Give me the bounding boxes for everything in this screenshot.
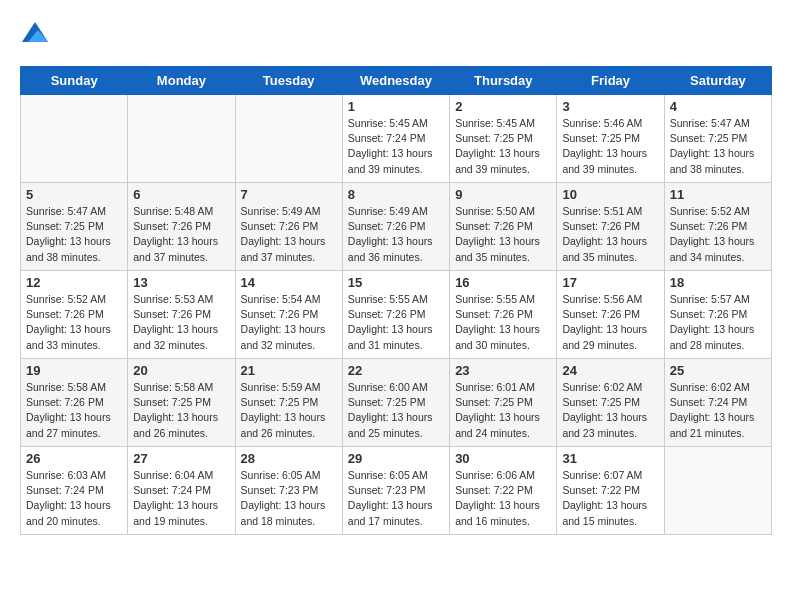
calendar-cell — [21, 95, 128, 183]
calendar-cell: 2Sunrise: 5:45 AM Sunset: 7:25 PM Daylig… — [450, 95, 557, 183]
day-number: 30 — [455, 451, 551, 466]
calendar-cell: 19Sunrise: 5:58 AM Sunset: 7:26 PM Dayli… — [21, 359, 128, 447]
calendar-cell: 9Sunrise: 5:50 AM Sunset: 7:26 PM Daylig… — [450, 183, 557, 271]
day-header-tuesday: Tuesday — [235, 67, 342, 95]
day-number: 22 — [348, 363, 444, 378]
day-info: Sunrise: 6:02 AM Sunset: 7:24 PM Dayligh… — [670, 380, 766, 441]
day-number: 13 — [133, 275, 229, 290]
day-info: Sunrise: 6:06 AM Sunset: 7:22 PM Dayligh… — [455, 468, 551, 529]
week-row-2: 5Sunrise: 5:47 AM Sunset: 7:25 PM Daylig… — [21, 183, 772, 271]
week-row-5: 26Sunrise: 6:03 AM Sunset: 7:24 PM Dayli… — [21, 447, 772, 535]
day-info: Sunrise: 5:55 AM Sunset: 7:26 PM Dayligh… — [348, 292, 444, 353]
calendar-cell — [664, 447, 771, 535]
calendar-cell: 8Sunrise: 5:49 AM Sunset: 7:26 PM Daylig… — [342, 183, 449, 271]
calendar-cell: 31Sunrise: 6:07 AM Sunset: 7:22 PM Dayli… — [557, 447, 664, 535]
calendar-table: SundayMondayTuesdayWednesdayThursdayFrid… — [20, 66, 772, 535]
day-header-thursday: Thursday — [450, 67, 557, 95]
day-number: 24 — [562, 363, 658, 378]
day-number: 3 — [562, 99, 658, 114]
calendar-cell: 15Sunrise: 5:55 AM Sunset: 7:26 PM Dayli… — [342, 271, 449, 359]
day-number: 23 — [455, 363, 551, 378]
day-number: 7 — [241, 187, 337, 202]
day-number: 14 — [241, 275, 337, 290]
calendar-cell: 21Sunrise: 5:59 AM Sunset: 7:25 PM Dayli… — [235, 359, 342, 447]
day-header-sunday: Sunday — [21, 67, 128, 95]
week-row-3: 12Sunrise: 5:52 AM Sunset: 7:26 PM Dayli… — [21, 271, 772, 359]
day-info: Sunrise: 5:49 AM Sunset: 7:26 PM Dayligh… — [241, 204, 337, 265]
calendar-cell: 1Sunrise: 5:45 AM Sunset: 7:24 PM Daylig… — [342, 95, 449, 183]
calendar-cell: 28Sunrise: 6:05 AM Sunset: 7:23 PM Dayli… — [235, 447, 342, 535]
day-info: Sunrise: 5:55 AM Sunset: 7:26 PM Dayligh… — [455, 292, 551, 353]
day-number: 21 — [241, 363, 337, 378]
logo — [20, 20, 54, 50]
day-number: 10 — [562, 187, 658, 202]
day-info: Sunrise: 6:05 AM Sunset: 7:23 PM Dayligh… — [241, 468, 337, 529]
day-number: 6 — [133, 187, 229, 202]
calendar-cell: 25Sunrise: 6:02 AM Sunset: 7:24 PM Dayli… — [664, 359, 771, 447]
day-number: 29 — [348, 451, 444, 466]
day-header-saturday: Saturday — [664, 67, 771, 95]
day-info: Sunrise: 5:45 AM Sunset: 7:24 PM Dayligh… — [348, 116, 444, 177]
day-number: 11 — [670, 187, 766, 202]
day-info: Sunrise: 5:47 AM Sunset: 7:25 PM Dayligh… — [26, 204, 122, 265]
day-info: Sunrise: 6:00 AM Sunset: 7:25 PM Dayligh… — [348, 380, 444, 441]
day-number: 8 — [348, 187, 444, 202]
day-number: 5 — [26, 187, 122, 202]
day-number: 15 — [348, 275, 444, 290]
week-row-1: 1Sunrise: 5:45 AM Sunset: 7:24 PM Daylig… — [21, 95, 772, 183]
day-header-wednesday: Wednesday — [342, 67, 449, 95]
day-info: Sunrise: 5:54 AM Sunset: 7:26 PM Dayligh… — [241, 292, 337, 353]
day-info: Sunrise: 5:49 AM Sunset: 7:26 PM Dayligh… — [348, 204, 444, 265]
day-info: Sunrise: 5:52 AM Sunset: 7:26 PM Dayligh… — [26, 292, 122, 353]
day-number: 31 — [562, 451, 658, 466]
day-info: Sunrise: 6:04 AM Sunset: 7:24 PM Dayligh… — [133, 468, 229, 529]
day-number: 18 — [670, 275, 766, 290]
calendar-cell: 13Sunrise: 5:53 AM Sunset: 7:26 PM Dayli… — [128, 271, 235, 359]
day-info: Sunrise: 5:58 AM Sunset: 7:26 PM Dayligh… — [26, 380, 122, 441]
day-number: 4 — [670, 99, 766, 114]
calendar-cell: 26Sunrise: 6:03 AM Sunset: 7:24 PM Dayli… — [21, 447, 128, 535]
calendar-cell: 22Sunrise: 6:00 AM Sunset: 7:25 PM Dayli… — [342, 359, 449, 447]
day-number: 25 — [670, 363, 766, 378]
calendar-cell: 10Sunrise: 5:51 AM Sunset: 7:26 PM Dayli… — [557, 183, 664, 271]
calendar-cell: 16Sunrise: 5:55 AM Sunset: 7:26 PM Dayli… — [450, 271, 557, 359]
days-header-row: SundayMondayTuesdayWednesdayThursdayFrid… — [21, 67, 772, 95]
day-info: Sunrise: 5:50 AM Sunset: 7:26 PM Dayligh… — [455, 204, 551, 265]
calendar-cell: 6Sunrise: 5:48 AM Sunset: 7:26 PM Daylig… — [128, 183, 235, 271]
day-info: Sunrise: 5:48 AM Sunset: 7:26 PM Dayligh… — [133, 204, 229, 265]
day-info: Sunrise: 5:59 AM Sunset: 7:25 PM Dayligh… — [241, 380, 337, 441]
week-row-4: 19Sunrise: 5:58 AM Sunset: 7:26 PM Dayli… — [21, 359, 772, 447]
day-number: 12 — [26, 275, 122, 290]
calendar-cell: 11Sunrise: 5:52 AM Sunset: 7:26 PM Dayli… — [664, 183, 771, 271]
day-info: Sunrise: 5:53 AM Sunset: 7:26 PM Dayligh… — [133, 292, 229, 353]
calendar-cell: 17Sunrise: 5:56 AM Sunset: 7:26 PM Dayli… — [557, 271, 664, 359]
day-number: 27 — [133, 451, 229, 466]
calendar-cell: 4Sunrise: 5:47 AM Sunset: 7:25 PM Daylig… — [664, 95, 771, 183]
calendar-cell: 29Sunrise: 6:05 AM Sunset: 7:23 PM Dayli… — [342, 447, 449, 535]
day-number: 19 — [26, 363, 122, 378]
calendar-cell: 3Sunrise: 5:46 AM Sunset: 7:25 PM Daylig… — [557, 95, 664, 183]
calendar-cell — [235, 95, 342, 183]
day-info: Sunrise: 6:05 AM Sunset: 7:23 PM Dayligh… — [348, 468, 444, 529]
calendar-cell: 18Sunrise: 5:57 AM Sunset: 7:26 PM Dayli… — [664, 271, 771, 359]
day-info: Sunrise: 5:46 AM Sunset: 7:25 PM Dayligh… — [562, 116, 658, 177]
calendar-cell: 14Sunrise: 5:54 AM Sunset: 7:26 PM Dayli… — [235, 271, 342, 359]
day-number: 9 — [455, 187, 551, 202]
calendar-cell — [128, 95, 235, 183]
calendar-cell: 24Sunrise: 6:02 AM Sunset: 7:25 PM Dayli… — [557, 359, 664, 447]
day-info: Sunrise: 6:01 AM Sunset: 7:25 PM Dayligh… — [455, 380, 551, 441]
calendar-cell: 30Sunrise: 6:06 AM Sunset: 7:22 PM Dayli… — [450, 447, 557, 535]
calendar-cell: 23Sunrise: 6:01 AM Sunset: 7:25 PM Dayli… — [450, 359, 557, 447]
day-info: Sunrise: 6:07 AM Sunset: 7:22 PM Dayligh… — [562, 468, 658, 529]
day-number: 28 — [241, 451, 337, 466]
logo-icon — [20, 20, 50, 50]
day-info: Sunrise: 5:57 AM Sunset: 7:26 PM Dayligh… — [670, 292, 766, 353]
day-header-friday: Friday — [557, 67, 664, 95]
day-info: Sunrise: 5:56 AM Sunset: 7:26 PM Dayligh… — [562, 292, 658, 353]
calendar-cell: 20Sunrise: 5:58 AM Sunset: 7:25 PM Dayli… — [128, 359, 235, 447]
day-info: Sunrise: 5:47 AM Sunset: 7:25 PM Dayligh… — [670, 116, 766, 177]
page-header — [20, 20, 772, 50]
calendar-cell: 7Sunrise: 5:49 AM Sunset: 7:26 PM Daylig… — [235, 183, 342, 271]
calendar-cell: 27Sunrise: 6:04 AM Sunset: 7:24 PM Dayli… — [128, 447, 235, 535]
day-number: 16 — [455, 275, 551, 290]
